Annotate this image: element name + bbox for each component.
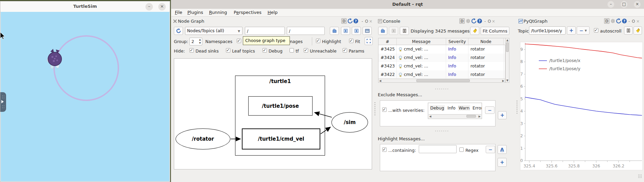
save-dot-button[interactable] (330, 27, 339, 35)
severity-list[interactable]: Debug Info Warn Error ◀ ▶ (428, 103, 482, 119)
scroll-left-icon[interactable]: ◀ (429, 115, 431, 118)
console-close-button[interactable]: × (492, 19, 495, 24)
with-severities-checkbox[interactable] (382, 107, 387, 112)
pyqtgraph-refresh-icon[interactable] (616, 18, 621, 24)
scroll-up-icon[interactable]: ▲ (506, 39, 508, 42)
console-hscrollbar[interactable]: ◀ ▶ (378, 79, 505, 83)
highlight-checkbox[interactable] (316, 39, 320, 43)
pyqtgraph-minimize-button[interactable]: - (628, 19, 630, 24)
fit-checkbox[interactable] (349, 39, 353, 43)
containing-input[interactable] (419, 145, 457, 153)
console-clear-button[interactable] (470, 27, 479, 35)
node-graph-help-icon[interactable]: ? (353, 18, 359, 24)
console-pause-button[interactable] (400, 27, 409, 35)
resize-grip[interactable] (638, 174, 642, 178)
save-as-dot-button[interactable] (352, 27, 361, 35)
debug-checkbox[interactable] (262, 48, 267, 53)
node-filter-input[interactable] (245, 27, 285, 35)
highlight-remove-filter-button[interactable]: − (486, 146, 495, 153)
leaf-topics-checkbox[interactable] (226, 48, 230, 53)
splitter-console-pyqtgraph[interactable] (516, 100, 518, 114)
console-hscroll-thumb[interactable] (416, 79, 470, 82)
export-image-button[interactable] (363, 27, 372, 35)
plot-pause-button[interactable] (624, 26, 632, 35)
column-header-message[interactable]: Message (397, 38, 446, 45)
exclude-remove-filter-button[interactable]: − (485, 106, 495, 114)
console-section-grip-2[interactable] (435, 130, 448, 132)
menu-running[interactable]: Running (209, 10, 227, 15)
console-minimize-button[interactable]: - (484, 19, 486, 24)
pyqtgraph-help-icon[interactable]: ? (622, 18, 627, 24)
node-graph-minimize-button[interactable]: - (362, 19, 363, 24)
node-graph-restore-button[interactable]: O (365, 19, 368, 24)
severity-hscroll-thumb[interactable] (466, 115, 476, 118)
scroll-right-icon[interactable]: ▶ (502, 79, 504, 82)
console-settings-gear-icon[interactable] (466, 19, 470, 23)
console-vscrollbar[interactable]: ▲ ▼ (505, 38, 509, 83)
topic-input[interactable] (529, 26, 566, 35)
table-row[interactable]: #3423cmd_vel: ...Inforotator0 (378, 62, 505, 70)
refresh-graph-button[interactable] (174, 27, 183, 35)
node-graph-refresh-icon[interactable] (347, 18, 353, 24)
rqt-titlebar[interactable]: Default - rqt – □ × (171, 0, 644, 9)
topic-filter-input[interactable] (287, 27, 325, 35)
table-row[interactable]: #3424cmd_vel: ...Inforotator0 (378, 54, 505, 62)
console-vscroll-thumb[interactable] (506, 42, 509, 52)
console-help-icon[interactable]: ? (477, 18, 482, 24)
node-graph-close-button[interactable]: × (369, 19, 372, 24)
pyqtgraph-detach-button[interactable]: D (604, 18, 610, 24)
scroll-right-icon[interactable]: ▶ (479, 115, 481, 118)
console-load-button[interactable] (378, 27, 387, 35)
node-graph-canvas[interactable]: /turtle1 /turtle1/pose /turtle1/cmd_vel … (174, 58, 372, 169)
dead-sinks-checkbox[interactable] (189, 48, 194, 53)
column-header-node[interactable]: Node (468, 38, 504, 45)
actions-checkbox[interactable] (237, 39, 241, 43)
severity-item-info[interactable]: Info (447, 105, 456, 111)
highlight-add-filter-button[interactable]: + (498, 158, 507, 167)
menu-plugins[interactable]: Plugins (187, 10, 203, 15)
splitter-nodegraph-console[interactable] (374, 102, 376, 116)
severity-item-error[interactable]: Error (472, 105, 482, 111)
group-spinbox[interactable]: 2 ▲ ▼ (189, 38, 202, 45)
graph-type-combo[interactable]: Nodes/Topics (all) ▼ (185, 27, 243, 35)
params-checkbox[interactable] (343, 48, 347, 53)
pyqtgraph-restore-button[interactable]: O (632, 19, 635, 24)
rqt-close-button[interactable]: × (634, 1, 641, 8)
fit-in-view-button[interactable] (365, 37, 373, 45)
console-refresh-icon[interactable] (471, 18, 477, 24)
autoscroll-checkbox[interactable] (594, 28, 598, 33)
turtlesim-titlebar[interactable]: TurtleSim – × (0, 1, 170, 12)
turtlesim-close-button[interactable]: × (158, 3, 166, 11)
save-as-image-button[interactable] (341, 27, 350, 35)
dock-handle[interactable] (0, 92, 6, 112)
rqt-minimize-button[interactable]: – (607, 1, 614, 8)
table-row[interactable]: #3425cmd_vel: ...Inforotator0 (378, 45, 505, 54)
console-message-table[interactable]: # Message Severity Node #3425cmd_vel: ..… (378, 38, 505, 79)
console-restore-button[interactable]: O (488, 19, 491, 24)
console-save-button[interactable] (389, 27, 398, 35)
spin-up-icon[interactable]: ▲ (199, 38, 201, 41)
scroll-left-icon[interactable]: ◀ (379, 79, 381, 82)
spin-down-icon[interactable]: ▼ (199, 42, 201, 45)
containing-checkbox[interactable] (382, 147, 387, 152)
pyqtgraph-close-button[interactable]: × (636, 19, 640, 24)
rqt-maximize-button[interactable]: □ (621, 1, 627, 8)
node-graph-detach-button[interactable]: D (341, 18, 347, 24)
column-header-id[interactable]: # (378, 38, 397, 45)
severity-item-debug[interactable]: Debug (430, 105, 445, 111)
menu-file[interactable]: File (175, 10, 182, 15)
console-section-grip-1[interactable] (435, 88, 448, 90)
pyqtgraph-settings-gear-icon[interactable] (611, 19, 615, 23)
menu-perspectives[interactable]: Perspectives (234, 10, 261, 15)
pose-plot[interactable]: 0123456789325.4325.6325.8326326.2/turtle… (520, 39, 643, 172)
severity-hscrollbar[interactable]: ◀ ▶ (429, 114, 481, 118)
console-detach-button[interactable]: D (459, 18, 465, 24)
fit-columns-button[interactable]: Fit Columns (481, 27, 509, 35)
tf-checkbox[interactable] (290, 48, 294, 53)
exclude-add-filter-button[interactable]: + (498, 111, 507, 119)
highlight-style-button[interactable]: A (498, 145, 507, 154)
scroll-down-icon[interactable]: ▼ (506, 79, 508, 82)
column-header-severity[interactable]: Severity (446, 38, 468, 45)
menu-help[interactable]: Help (268, 10, 278, 15)
turtlesim-minimize-button[interactable]: – (145, 3, 153, 11)
